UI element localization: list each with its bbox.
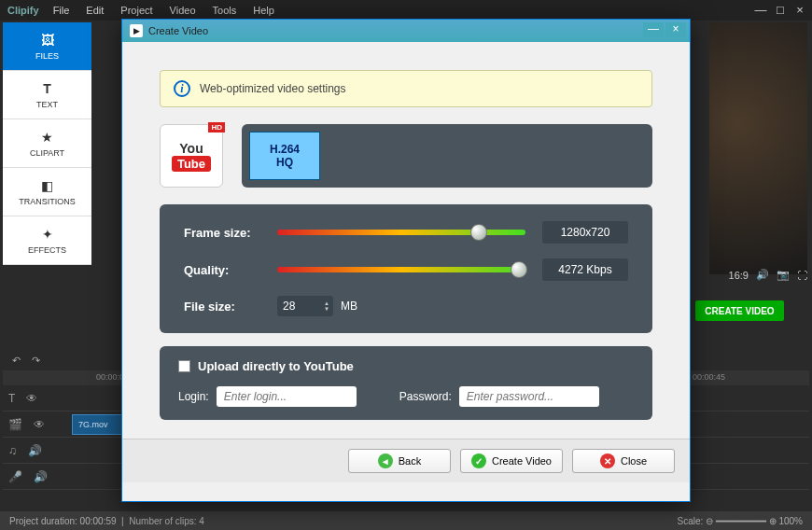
create-video-button[interactable]: CREATE VIDEO [695, 300, 784, 321]
video-track-icon: 🎬 [8, 418, 22, 431]
sidebar: 🖼FILES TTEXT ★CLIPART ◧TRANSITIONS ✦EFFE… [3, 22, 91, 265]
dialog-title: Create Video [148, 25, 208, 36]
stepper-down-icon[interactable]: ▼ [324, 306, 329, 312]
dialog-titlebar: ▶ Create Video — × [122, 20, 690, 42]
zoom-out-icon[interactable]: ⊖ [706, 516, 713, 526]
codec-option-h264[interactable]: H.264 HQ [249, 132, 320, 180]
file-size-value: 28 [283, 300, 295, 313]
maximize-icon[interactable]: □ [773, 3, 788, 16]
duration-value: 00:00:59 [80, 516, 117, 526]
menubar: Clipify File Edit Project Video Tools He… [0, 0, 812, 21]
sidebar-label: FILES [35, 51, 59, 61]
fullscreen-icon[interactable]: ⛶ [797, 270, 807, 281]
menu-video[interactable]: Video [170, 5, 196, 16]
scale-label: Scale: [678, 516, 704, 526]
statusbar: Project duration: 00:00:59 | Number of c… [0, 511, 812, 530]
file-size-unit: MB [341, 300, 357, 313]
back-button[interactable]: ◄Back [348, 449, 451, 473]
speaker-icon[interactable]: 🔊 [28, 444, 42, 457]
aspect-label: 16:9 [729, 270, 749, 281]
menu-file[interactable]: File [53, 5, 70, 16]
x-icon: ✕ [600, 453, 615, 468]
upload-panel: Upload directly to YouTube Login: Passwo… [160, 346, 652, 420]
btn-label: Create Video [492, 455, 552, 467]
password-label: Password: [399, 390, 452, 403]
btn-label: Close [621, 455, 647, 467]
close-icon[interactable]: × [792, 3, 807, 16]
info-text: Web-optimized video settings [200, 82, 346, 95]
info-banner: i Web-optimized video settings [160, 70, 652, 107]
menu-edit[interactable]: Edit [86, 5, 104, 16]
yt-you: You [179, 141, 203, 156]
zoom-in-icon[interactable]: ⊕ [769, 516, 777, 526]
menu: File Edit Project Video Tools Help [53, 5, 274, 16]
quality-value: 4272 Kbps [542, 258, 628, 281]
info-icon: i [174, 80, 190, 97]
back-arrow-icon: ◄ [378, 453, 393, 468]
codec-line: HQ [276, 156, 293, 169]
sidebar-item-files[interactable]: 🖼FILES [3, 22, 91, 71]
effects-icon: ✦ [39, 226, 56, 243]
dialog-close-icon[interactable]: × [665, 22, 686, 37]
youtube-logo: HD You Tube [160, 124, 223, 188]
password-input[interactable] [459, 386, 599, 407]
check-icon: ✓ [471, 453, 486, 468]
speaker-icon[interactable]: 🔊 [756, 269, 769, 281]
upload-label: Upload directly to YouTube [198, 359, 354, 373]
sidebar-item-transitions[interactable]: ◧TRANSITIONS [3, 168, 91, 216]
duration-label: Project duration: [9, 516, 77, 526]
speaker-icon[interactable]: 🔊 [34, 470, 48, 483]
minimize-icon[interactable]: — [753, 3, 768, 16]
sidebar-item-text[interactable]: TTEXT [3, 71, 91, 119]
sidebar-label: CLIPART [30, 148, 64, 158]
quality-label: Quality: [184, 263, 277, 277]
transitions-icon: ◧ [39, 177, 56, 194]
login-label: Login: [178, 390, 209, 403]
dialog-footer: ◄Back ✓Create Video ✕Close [122, 439, 690, 482]
eye-icon[interactable]: 👁 [26, 392, 37, 405]
dialog-minimize-icon[interactable]: — [643, 22, 664, 37]
create-video-dialog: ▶ Create Video — × i Web-optimized video… [121, 19, 691, 502]
slider-knob[interactable] [470, 224, 487, 241]
star-icon: ★ [39, 129, 56, 146]
dialog-icon: ▶ [130, 24, 143, 37]
hd-badge: HD [208, 122, 225, 132]
sidebar-label: TEXT [36, 100, 58, 109]
sidebar-label: EFFECTS [28, 245, 66, 255]
preview-controls: 16:9 🔊 📷 ⛶ [695, 269, 807, 281]
sidebar-item-effects[interactable]: ✦EFFECTS [3, 216, 91, 265]
undo-icon[interactable]: ↶ [12, 355, 21, 367]
camera-icon[interactable]: 📷 [777, 269, 790, 281]
mic-track-icon: 🎤 [8, 470, 22, 483]
file-size-label: File size: [184, 300, 277, 314]
eye-icon[interactable]: 👁 [34, 418, 45, 431]
close-button[interactable]: ✕Close [572, 449, 675, 473]
btn-label: Back [399, 455, 421, 467]
file-size-stepper[interactable]: 28 ▲▼ [277, 296, 333, 316]
menu-help[interactable]: Help [253, 5, 274, 16]
codec-selector: H.264 HQ [242, 124, 652, 188]
yt-tube: Tube [172, 156, 211, 172]
sidebar-label: TRANSITIONS [19, 197, 76, 206]
clips-label: Number of clips: [129, 516, 196, 526]
sidebar-item-clipart[interactable]: ★CLIPART [3, 119, 91, 168]
time-mark: 00:00:45 [693, 372, 725, 385]
login-input[interactable] [217, 386, 357, 407]
frame-size-slider[interactable] [277, 230, 525, 235]
text-track-icon: T [8, 392, 15, 405]
app-name: Clipify [7, 5, 39, 16]
redo-icon[interactable]: ↷ [32, 355, 40, 367]
text-icon: T [39, 80, 56, 97]
slider-knob[interactable] [511, 261, 527, 278]
create-button[interactable]: ✓Create Video [460, 449, 563, 473]
codec-line: H.264 [270, 143, 300, 156]
files-icon: 🖼 [39, 32, 56, 49]
menu-tools[interactable]: Tools [213, 5, 237, 16]
menu-project[interactable]: Project [120, 5, 152, 16]
clips-value: 4 [199, 516, 204, 526]
upload-checkbox[interactable] [178, 360, 190, 372]
video-preview [709, 22, 807, 274]
quality-slider[interactable] [277, 267, 525, 272]
frame-size-value: 1280x720 [542, 221, 628, 244]
frame-size-label: Frame size: [184, 226, 277, 240]
